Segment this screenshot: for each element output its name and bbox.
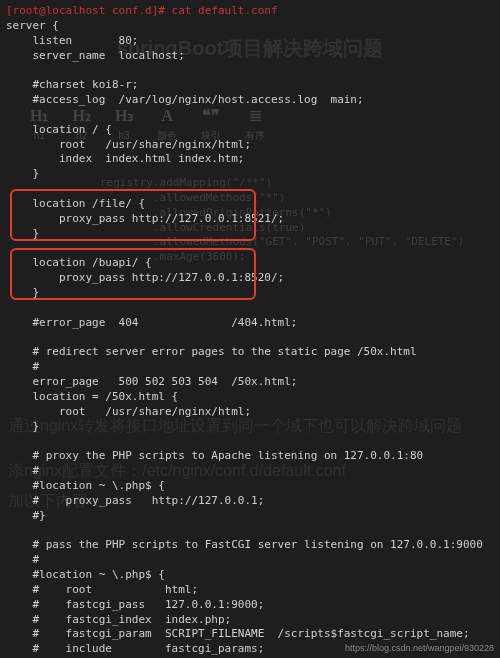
watermark-url: https://blog.csdn.net/wangpei/930228 — [345, 642, 494, 654]
terminal-output: [root@localhost conf.d]# cat default.con… — [0, 0, 500, 658]
nginx-config-body: server { listen 80; server_name localhos… — [6, 19, 483, 658]
terminal-prompt: [root@localhost conf.d]# cat default.con… — [6, 4, 278, 17]
